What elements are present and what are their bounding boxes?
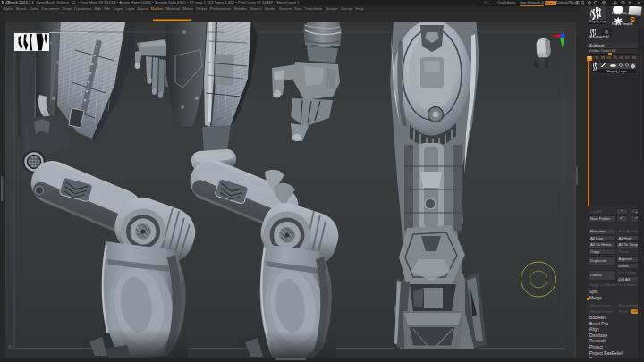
svg-text:N: N	[8, 344, 12, 349]
